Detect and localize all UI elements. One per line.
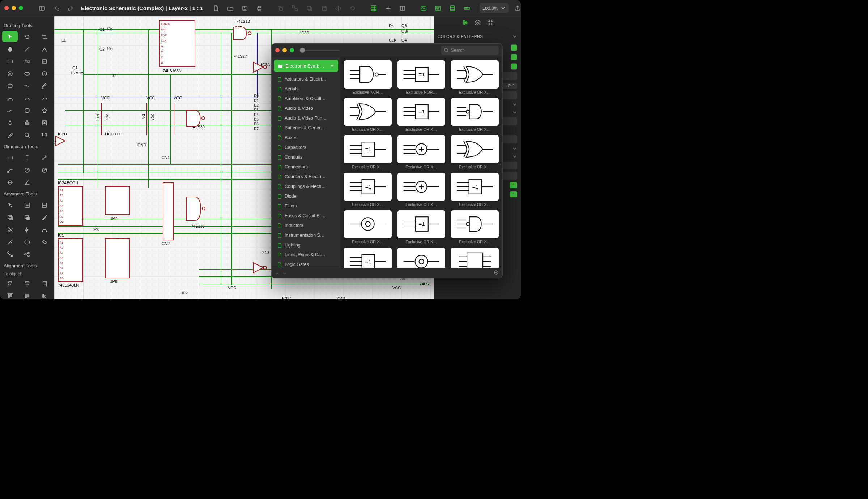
symbol-tile[interactable]: =1Exclusive OR X… bbox=[397, 98, 445, 132]
freehand-tool[interactable] bbox=[2, 105, 18, 116]
rotate-button[interactable] bbox=[347, 3, 358, 13]
library-category-item[interactable]: Lines, Wires & Ca… bbox=[274, 250, 338, 259]
path-tool[interactable] bbox=[2, 249, 18, 259]
close-window-button[interactable] bbox=[4, 6, 9, 10]
library-category-item[interactable]: Capacitors bbox=[274, 142, 338, 152]
symbol-tile[interactable]: Exclusive OR X… bbox=[451, 98, 499, 132]
dim-angle-tool[interactable] bbox=[19, 177, 35, 188]
node-select-tool[interactable] bbox=[2, 199, 18, 210]
align-middle-tool[interactable] bbox=[19, 290, 35, 299]
dim-h-tool[interactable] bbox=[2, 152, 18, 163]
rotate-tool[interactable] bbox=[19, 31, 35, 42]
panel-close-button[interactable] bbox=[275, 48, 280, 52]
remove-library-button[interactable]: − bbox=[283, 270, 286, 276]
symbol-tile[interactable]: =1Exclusive NOR… bbox=[397, 60, 445, 94]
fullscreen-window-button[interactable] bbox=[19, 6, 23, 10]
symbol-tile[interactable]: Exclusive OR X… bbox=[397, 135, 445, 169]
swatch-2[interactable] bbox=[511, 54, 517, 60]
save-button[interactable] bbox=[239, 3, 250, 13]
library-category-item[interactable]: Logic Gates bbox=[274, 259, 338, 268]
library-category-item[interactable]: Conduits bbox=[274, 152, 338, 162]
circle-r-tool[interactable]: R bbox=[37, 68, 52, 79]
angle-line-tool[interactable] bbox=[37, 43, 52, 54]
share-button[interactable] bbox=[512, 3, 521, 13]
new-doc-button[interactable] bbox=[210, 3, 221, 13]
arc2-tool[interactable] bbox=[19, 93, 35, 103]
mirror-tool[interactable] bbox=[19, 236, 35, 247]
library-category-item[interactable]: Audio & Video bbox=[274, 103, 338, 113]
ellipse-tool[interactable] bbox=[19, 68, 35, 79]
bring-front-button[interactable] bbox=[304, 3, 315, 13]
symbol-tile[interactable]: Exclusive OR X… bbox=[451, 60, 499, 94]
symbol-tile[interactable]: =1Exclusive OR X… bbox=[344, 135, 392, 169]
symbol-tile[interactable]: Exclusive OR X… bbox=[451, 135, 499, 169]
toggle-left-panel-button[interactable] bbox=[36, 3, 47, 13]
library-category-item[interactable]: Amplifiers & Oscill… bbox=[274, 94, 338, 103]
align-right-tool[interactable] bbox=[37, 278, 52, 289]
symbol-tile[interactable]: Exclusive NOR… bbox=[344, 60, 392, 94]
library-search-input[interactable]: Search bbox=[441, 46, 499, 55]
eyedropper-tool[interactable] bbox=[2, 129, 18, 140]
p-stepper[interactable]: — P ⌃ bbox=[501, 83, 517, 89]
link-tool[interactable] bbox=[37, 236, 52, 247]
library-category-item[interactable]: Fuses & Circuit Br… bbox=[274, 211, 338, 220]
star-tool[interactable] bbox=[37, 105, 52, 116]
inspector-tab-settings[interactable] bbox=[462, 19, 468, 26]
chevron-down-icon[interactable] bbox=[512, 34, 517, 39]
dim-center-tool[interactable] bbox=[2, 177, 18, 188]
symbol-tile[interactable]: Exclusive OR X… bbox=[344, 210, 392, 244]
inspector-tab-layers[interactable] bbox=[475, 19, 481, 26]
stamp-tool[interactable] bbox=[19, 117, 35, 128]
library-category-item[interactable]: Connectors bbox=[274, 162, 338, 172]
paragraph-tool[interactable]: P bbox=[37, 56, 52, 66]
symbol-tile[interactable]: =1Exclusive OR X… bbox=[451, 173, 499, 207]
library-category-item[interactable]: Counters & Electri… bbox=[274, 172, 338, 181]
style-pill-1[interactable]: ⌃ bbox=[510, 182, 517, 188]
library-category-item[interactable]: Aerials bbox=[274, 84, 338, 94]
dim-radius-tool[interactable] bbox=[19, 164, 35, 175]
add-node-tool[interactable] bbox=[19, 199, 35, 210]
hand-tool[interactable] bbox=[2, 43, 18, 54]
align-top-tool[interactable] bbox=[2, 290, 18, 299]
send-back-button[interactable] bbox=[318, 3, 329, 13]
library-folder-dropdown[interactable]: Electronic Symb… bbox=[274, 60, 338, 72]
sine-scope-button[interactable] bbox=[418, 3, 429, 13]
dim-v-tool[interactable] bbox=[19, 152, 35, 163]
delete-box-tool[interactable] bbox=[37, 117, 52, 128]
print-button[interactable] bbox=[254, 3, 265, 13]
arc-tool[interactable] bbox=[37, 93, 52, 103]
measure-tool[interactable] bbox=[37, 212, 52, 223]
circle-d-tool[interactable]: D bbox=[2, 68, 18, 79]
curve-tool[interactable] bbox=[37, 224, 52, 235]
spark-tool[interactable] bbox=[19, 224, 35, 235]
panel-zoom-button[interactable] bbox=[290, 48, 294, 52]
library-category-item[interactable]: Batteries & Gener… bbox=[274, 123, 338, 133]
thumbnail-size-slider[interactable] bbox=[300, 50, 340, 51]
align-left-tool[interactable] bbox=[2, 278, 18, 289]
symbol-tile[interactable]: =1Exclusive OR X… bbox=[344, 173, 392, 207]
flip-button[interactable] bbox=[333, 3, 344, 13]
inspector-tab-grid[interactable] bbox=[487, 19, 493, 26]
cut-tool[interactable] bbox=[2, 224, 18, 235]
polygon-tool[interactable] bbox=[2, 80, 18, 91]
rect-tool[interactable] bbox=[2, 56, 18, 66]
symbol-tile[interactable]: Exclusive OR X… bbox=[397, 173, 445, 207]
library-category-item[interactable]: Actuators & Electri… bbox=[274, 74, 338, 84]
library-category-item[interactable]: Diode bbox=[274, 191, 338, 201]
symbol-tile[interactable]: Integrated Circu… bbox=[451, 248, 499, 268]
library-category-item[interactable]: Audio & Video Fun… bbox=[274, 113, 338, 123]
pen-tool[interactable] bbox=[37, 80, 52, 91]
style-pill-2[interactable]: ⌃ bbox=[510, 191, 517, 197]
line-tool[interactable] bbox=[19, 43, 35, 54]
symbol-tile[interactable]: Exclusive OR X… bbox=[451, 210, 499, 244]
select-tool[interactable] bbox=[2, 31, 18, 42]
remove-node-tool[interactable] bbox=[37, 199, 52, 210]
symbol-tile[interactable]: Exclusive OR X… bbox=[344, 98, 392, 132]
blob-tool[interactable] bbox=[19, 105, 35, 116]
symbol-tile[interactable]: =1Exclusive OR X… bbox=[344, 248, 392, 268]
text-tool[interactable]: Aa bbox=[19, 56, 35, 66]
symbol-tile[interactable]: Exclusive OR X… bbox=[397, 248, 445, 268]
union-tool[interactable] bbox=[2, 212, 18, 223]
undo-button[interactable] bbox=[51, 3, 61, 13]
minimize-window-button[interactable] bbox=[12, 6, 16, 10]
